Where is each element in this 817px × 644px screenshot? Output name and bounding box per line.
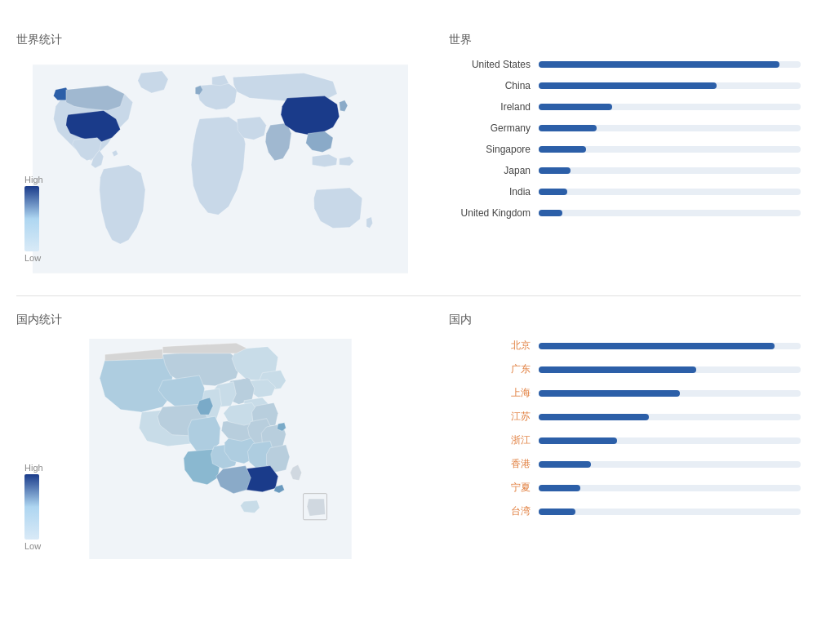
world-bar-side: 世界 United StatesChinaIrelandGermanySinga… — [424, 33, 801, 279]
world-bar-fill — [539, 125, 597, 131]
china-bar-label: 江苏 — [449, 410, 539, 424]
world-bar-label: China — [449, 80, 539, 91]
china-bars-container: 北京广东上海江苏浙江香港宁夏台湾 — [449, 339, 801, 518]
china-legend-bar — [24, 474, 39, 540]
china-legend: High Low — [24, 463, 43, 551]
china-section: 国内统计 — [16, 296, 801, 575]
china-bar-row: 台湾 — [449, 504, 801, 518]
china-bar-track — [539, 343, 801, 349]
china-bar-row: 宁夏 — [449, 481, 801, 495]
world-bar-track — [539, 82, 801, 89]
china-bar-track — [539, 461, 801, 468]
china-bar-track — [539, 485, 801, 491]
china-bar-label: 台湾 — [449, 504, 539, 518]
world-bar-fill — [539, 146, 586, 153]
world-bar-row: Ireland — [449, 101, 801, 113]
world-bar-row: Japan — [449, 165, 801, 176]
world-bar-track — [539, 210, 801, 216]
world-bar-fill — [539, 210, 562, 216]
china-chart-title: 国内 — [449, 313, 801, 327]
world-bar-fill — [539, 167, 571, 174]
china-map-side: 国内统计 — [16, 313, 424, 559]
china-bar-fill — [539, 437, 617, 444]
china-bar-track — [539, 509, 801, 515]
china-bar-label: 广东 — [449, 362, 539, 376]
world-bar-row: China — [449, 80, 801, 91]
china-bar-fill — [539, 485, 580, 491]
china-bar-label: 宁夏 — [449, 481, 539, 495]
china-map-container — [33, 339, 408, 559]
world-section: 世界统计 — [16, 16, 801, 296]
china-legend-high: High — [24, 463, 43, 473]
world-map-container — [33, 59, 408, 279]
world-bar-label: Singapore — [449, 144, 539, 155]
china-bar-track — [539, 390, 801, 397]
china-bar-fill — [539, 390, 680, 397]
world-bar-row: United States — [449, 59, 801, 70]
world-bar-label: Germany — [449, 122, 539, 134]
world-bar-fill — [539, 189, 567, 195]
world-bar-track — [539, 146, 801, 153]
china-bar-row: 广东 — [449, 362, 801, 376]
china-bar-label: 香港 — [449, 457, 539, 471]
china-bar-fill — [539, 461, 591, 468]
china-bar-track — [539, 414, 801, 420]
world-chart-title: 世界 — [449, 33, 801, 47]
china-legend-low: Low — [24, 541, 41, 551]
china-bar-fill — [539, 414, 649, 420]
china-bar-label: 北京 — [449, 339, 539, 353]
china-bar-row: 上海 — [449, 386, 801, 400]
world-bar-label: India — [449, 186, 539, 198]
china-bar-fill — [539, 343, 775, 349]
world-bar-label: United States — [449, 59, 539, 70]
world-bar-track — [539, 167, 801, 174]
world-map-side: 世界统计 — [16, 33, 424, 279]
world-bar-label: Japan — [449, 165, 539, 176]
world-legend-bar — [24, 186, 39, 251]
china-bar-side: 国内 北京广东上海江苏浙江香港宁夏台湾 — [424, 313, 801, 559]
china-bar-row: 香港 — [449, 457, 801, 471]
world-bar-fill — [539, 104, 612, 110]
china-bar-fill — [539, 366, 696, 373]
world-bar-fill — [539, 82, 717, 89]
page-wrapper: 世界统计 — [0, 0, 817, 644]
china-bar-fill — [539, 509, 575, 515]
china-bar-label: 上海 — [449, 386, 539, 400]
world-bar-row: Singapore — [449, 144, 801, 155]
china-bar-row: 浙江 — [449, 433, 801, 447]
china-bar-track — [539, 437, 801, 444]
world-legend-low: Low — [24, 253, 41, 263]
china-bar-label: 浙江 — [449, 433, 539, 447]
china-map-title: 国内统计 — [16, 313, 424, 327]
world-bar-row: India — [449, 186, 801, 198]
china-bar-row: 江苏 — [449, 410, 801, 424]
world-bar-row: United Kingdom — [449, 207, 801, 219]
china-bar-row: 北京 — [449, 339, 801, 353]
world-bar-track — [539, 189, 801, 195]
world-bar-track — [539, 104, 801, 110]
world-legend: High Low — [24, 175, 43, 263]
world-bars-container: United StatesChinaIrelandGermanySingapor… — [449, 59, 801, 219]
china-map-svg — [33, 339, 408, 559]
world-bar-row: Germany — [449, 122, 801, 134]
world-bar-fill — [539, 61, 779, 68]
world-map-title: 世界统计 — [16, 33, 424, 47]
world-bar-track — [539, 125, 801, 131]
world-bar-label: Ireland — [449, 101, 539, 113]
world-legend-high: High — [24, 175, 43, 184]
world-map-svg — [33, 59, 408, 279]
world-bar-label: United Kingdom — [449, 207, 539, 219]
china-bar-track — [539, 366, 801, 373]
world-bar-track — [539, 61, 801, 68]
